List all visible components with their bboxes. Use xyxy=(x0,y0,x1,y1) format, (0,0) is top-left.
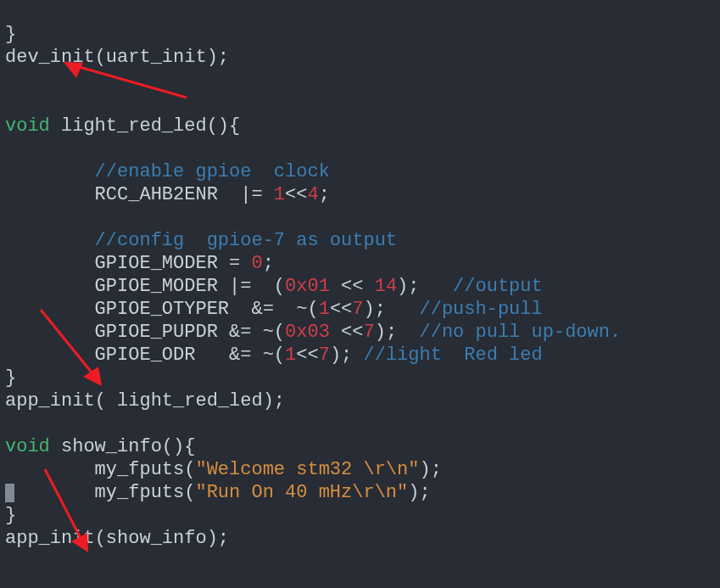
num-1: 1 xyxy=(319,299,330,320)
num-7: 7 xyxy=(352,299,363,320)
app-init-args: ( light_red_led); xyxy=(95,390,285,412)
text-cursor xyxy=(5,484,14,502)
comment-push-pull: //push-pull xyxy=(420,299,543,320)
close-brace: } xyxy=(5,24,16,45)
comment-output: //output xyxy=(453,276,543,297)
space xyxy=(50,436,61,457)
num-1: 1 xyxy=(274,184,285,205)
close-paren: ); xyxy=(397,276,453,297)
dev-init-args: (uart_init); xyxy=(95,47,229,68)
comment-light-red: //light Red led xyxy=(363,344,542,366)
comment-no-pull: //no pull up-down. xyxy=(420,322,622,343)
space xyxy=(50,115,61,137)
close-paren: ); xyxy=(363,299,419,320)
num-7: 7 xyxy=(363,322,374,343)
close-call: ); xyxy=(408,482,430,503)
num-0x03: 0x03 xyxy=(285,322,330,343)
shift-op: << xyxy=(330,299,352,320)
close-brace: } xyxy=(5,505,16,526)
void-keyword: void xyxy=(5,436,50,457)
app-init-args: (show_info); xyxy=(95,528,229,549)
num-1: 1 xyxy=(285,344,296,366)
comment-config-gpioe: //config gpioe-7 as output xyxy=(5,230,397,251)
light-red-led-fn: light_red_led xyxy=(61,115,207,137)
string-welcome: "Welcome stm32 \r\n" xyxy=(195,459,419,480)
fn-open: (){ xyxy=(207,115,241,137)
close-brace: } xyxy=(5,367,16,389)
shift-op: << xyxy=(285,184,307,205)
pupdr-line: GPIOE_PUPDR &= ~( xyxy=(5,322,285,343)
void-keyword: void xyxy=(5,115,50,137)
app-init-call: app_init xyxy=(5,390,95,412)
semicolon: ; xyxy=(263,253,274,274)
moder-zero-line: GPIOE_MODER = xyxy=(5,253,251,274)
comment-enable-clock: //enable gpioe clock xyxy=(5,161,330,182)
app-init-call: app_init xyxy=(5,528,95,549)
close-paren: ); xyxy=(375,322,420,343)
close-paren: ); xyxy=(330,344,364,366)
moder-or-line: GPIOE_MODER |= ( xyxy=(5,276,285,297)
num-7: 7 xyxy=(319,344,330,366)
num-4: 4 xyxy=(307,184,318,205)
otyper-line: GPIOE_OTYPER &= ~( xyxy=(5,299,319,320)
shift-op: << xyxy=(330,276,375,297)
fputs-call: my_fputs( xyxy=(5,482,195,503)
rcc-line: RCC_AHB2ENR |= xyxy=(5,184,274,205)
fputs-call: my_fputs( xyxy=(5,459,195,480)
shift-op: << xyxy=(330,322,364,343)
num-0: 0 xyxy=(251,253,262,274)
dev-init-call: dev_init xyxy=(5,47,95,68)
odr-line: GPIOE_ODR &= ~( xyxy=(5,344,285,366)
semicolon: ; xyxy=(319,184,330,205)
code-editor[interactable]: } dev_init(uart_init); void light_red_le… xyxy=(0,0,720,550)
num-0x01: 0x01 xyxy=(285,276,330,297)
close-call: ); xyxy=(419,459,441,480)
shift-op: << xyxy=(296,344,318,366)
num-14: 14 xyxy=(375,276,397,297)
string-run-on: "Run On 40 mHz\r\n" xyxy=(195,482,408,503)
fn-open: (){ xyxy=(162,436,196,457)
show-info-fn: show_info xyxy=(61,436,162,457)
